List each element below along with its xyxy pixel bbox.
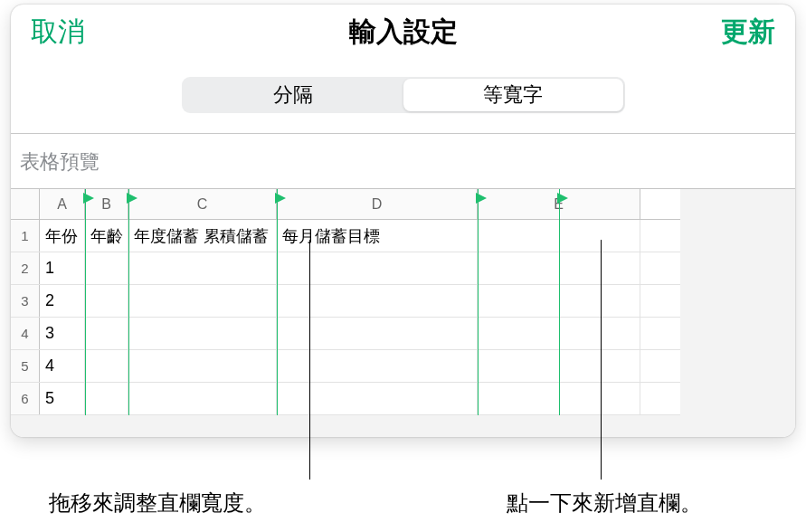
rows: 1年份年齡年度儲蓄 累積儲蓄每月儲蓄目標2132435465 — [11, 220, 680, 415]
cell[interactable]: 每月儲蓄目標 — [277, 220, 478, 252]
column-header-c[interactable]: C — [128, 189, 277, 219]
cell[interactable] — [85, 318, 128, 349]
corner-cell — [11, 189, 40, 219]
row-header[interactable]: 3 — [11, 285, 40, 317]
sheet-grid: A B C D E 1年份年齡年度儲蓄 累積儲蓄每月儲蓄目標2132435465 — [11, 189, 680, 415]
table-row: 21 — [11, 252, 680, 285]
cell[interactable]: 4 — [40, 350, 85, 382]
row-header[interactable]: 2 — [11, 252, 40, 284]
import-settings-panel: 取消 輸入設定 更新 分隔 等寬字 表格預覽 A B C D E 1年份年齡年度… — [11, 5, 795, 437]
cell[interactable] — [277, 285, 478, 317]
cell[interactable]: 2 — [40, 285, 85, 317]
cell[interactable] — [128, 318, 277, 349]
cell[interactable] — [128, 350, 277, 382]
cell[interactable] — [128, 285, 277, 317]
column-resize-handle-icon[interactable] — [127, 193, 137, 204]
caption-drag-resize: 拖移來調整直欄寬度。 — [49, 489, 266, 518]
header-bar: 取消 輸入設定 更新 — [11, 5, 795, 59]
column-resize-handle-icon[interactable] — [557, 193, 568, 204]
cell[interactable]: 年度儲蓄 累積儲蓄 — [128, 220, 277, 252]
cell[interactable] — [85, 285, 128, 317]
table-row: 65 — [11, 383, 680, 415]
table-row: 54 — [11, 350, 680, 383]
cell[interactable] — [277, 350, 478, 382]
column-separator[interactable] — [85, 189, 86, 415]
caption-tap-add-column: 點一下來新增直欄。 — [507, 489, 702, 518]
row-header[interactable]: 6 — [11, 383, 40, 414]
column-header-a[interactable]: A — [40, 189, 85, 219]
table-row: 43 — [11, 318, 680, 350]
cell[interactable]: 5 — [40, 383, 85, 414]
column-header-d[interactable]: D — [277, 189, 478, 219]
column-resize-handle-icon[interactable] — [476, 193, 487, 204]
segment-delimited[interactable]: 分隔 — [184, 79, 403, 111]
callout-line-left — [309, 240, 310, 480]
column-resize-handle-icon[interactable] — [83, 193, 94, 204]
column-separator[interactable] — [559, 189, 560, 415]
update-button[interactable]: 更新 — [721, 14, 775, 51]
column-headers: A B C D E — [11, 189, 680, 220]
cell[interactable]: 年齡 — [85, 220, 128, 252]
column-separator[interactable] — [128, 189, 129, 415]
table-row: 32 — [11, 285, 680, 318]
column-separator[interactable] — [478, 189, 479, 415]
cancel-button[interactable]: 取消 — [31, 14, 85, 51]
dialog-title: 輸入設定 — [349, 14, 458, 51]
preview-label: 表格預覽 — [11, 134, 795, 188]
segmented-control-wrap: 分隔 等寬字 — [11, 59, 795, 133]
callout-line-right — [601, 240, 602, 480]
cell[interactable] — [128, 383, 277, 414]
segmented-control: 分隔 等寬字 — [182, 77, 625, 113]
cell[interactable] — [277, 383, 478, 414]
row-header[interactable]: 4 — [11, 318, 40, 349]
cell[interactable] — [85, 350, 128, 382]
cell[interactable]: 1 — [40, 252, 85, 284]
row-header[interactable]: 1 — [11, 220, 40, 252]
cell[interactable] — [128, 252, 277, 284]
segment-fixed-width[interactable]: 等寬字 — [403, 79, 623, 111]
cell[interactable]: 3 — [40, 318, 85, 349]
row-header[interactable]: 5 — [11, 350, 40, 382]
cell[interactable] — [85, 252, 128, 284]
column-resize-handle-icon[interactable] — [275, 193, 286, 204]
column-separator[interactable] — [277, 189, 278, 415]
cell[interactable] — [277, 318, 478, 349]
cell[interactable]: 年份 — [40, 220, 85, 252]
table-preview[interactable]: A B C D E 1年份年齡年度儲蓄 累積儲蓄每月儲蓄目標2132435465 — [11, 188, 795, 437]
table-row: 1年份年齡年度儲蓄 累積儲蓄每月儲蓄目標 — [11, 220, 680, 252]
cell[interactable] — [277, 252, 478, 284]
cell[interactable] — [85, 383, 128, 414]
